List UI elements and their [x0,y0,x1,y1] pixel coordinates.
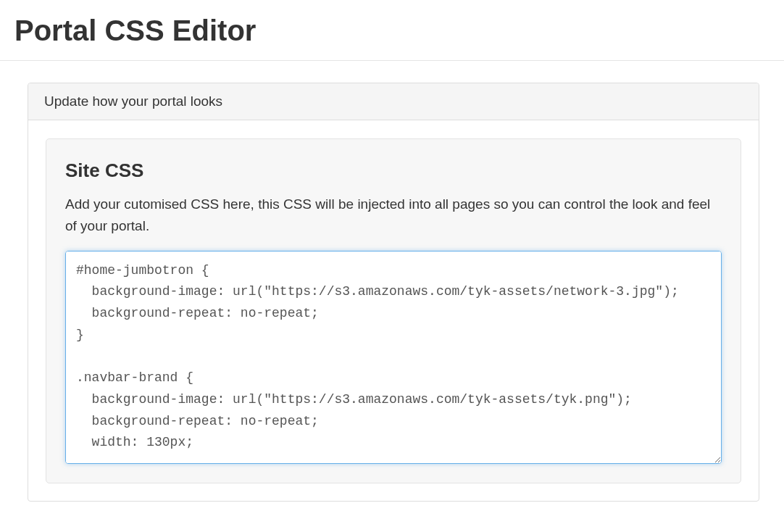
main-panel: Update how your portal looks Site CSS Ad… [28,83,759,502]
panel-body: Site CSS Add your cutomised CSS here, th… [28,120,759,501]
section-description: Add your cutomised CSS here, this CSS wi… [65,194,722,238]
content-wrapper: Update how your portal looks Site CSS Ad… [0,61,784,502]
section-title: Site CSS [65,159,722,182]
page-title: Portal CSS Editor [0,0,784,61]
panel-header: Update how your portal looks [28,83,759,120]
site-css-panel: Site CSS Add your cutomised CSS here, th… [46,138,741,483]
css-editor-textarea[interactable] [65,251,722,464]
